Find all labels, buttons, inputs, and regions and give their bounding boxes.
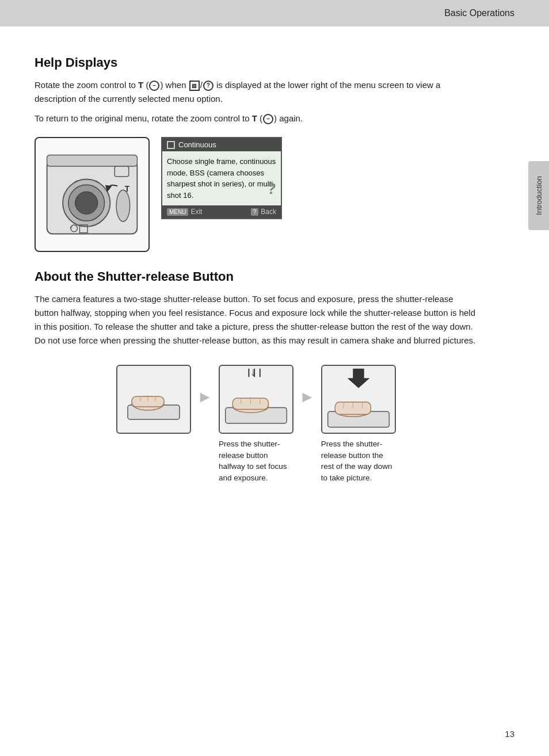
svg-point-4 xyxy=(75,192,98,214)
arrow-1: ► xyxy=(197,388,213,406)
menu-body-text: Choose single frame, continuous mode, BS… xyxy=(167,157,276,200)
shutter-svg-2 xyxy=(322,365,395,434)
shutter-image-1: ↓ xyxy=(219,365,293,434)
help-displays-body1: Rotate the zoom control to T (−) when ▤/… xyxy=(35,78,478,106)
help-images-container: T + xyxy=(35,137,478,252)
svg-text:T: T xyxy=(125,185,130,193)
main-content: Help Displays Rotate the zoom control to… xyxy=(0,26,512,524)
side-tab-label: Introduction xyxy=(535,176,543,215)
minus-circle-icon-2: − xyxy=(263,114,273,124)
t-letter-2: T xyxy=(252,113,257,123)
t-letter-1: T xyxy=(138,80,143,90)
help-displays-section: Help Displays Rotate the zoom control to… xyxy=(35,55,478,252)
shutter-diagrams: ► ↓ xyxy=(35,365,478,483)
svg-rect-5 xyxy=(115,166,129,177)
question-circle-icon: ? xyxy=(203,81,214,91)
menu-key-back: ? xyxy=(251,208,259,216)
help-displays-body2: To return to the original menu, rotate t… xyxy=(35,112,478,125)
shutter-step-1: ↓ xyxy=(219,365,293,483)
header-title: Basic Operations xyxy=(444,8,514,18)
svg-point-6 xyxy=(116,190,130,222)
shutter-step1-caption: Press the shutter-release button halfway… xyxy=(219,438,293,483)
menu-footer-right: ? Back xyxy=(251,208,276,216)
menu-exit-text: Exit xyxy=(190,208,202,216)
shutter-section: About the Shutter-release Button The cam… xyxy=(35,269,478,483)
shutter-svg-0 xyxy=(122,371,185,428)
shutter-step-2: Press the shutter-release button the res… xyxy=(321,365,396,483)
shutter-image-2 xyxy=(321,365,396,434)
side-tab: Introduction xyxy=(528,161,549,230)
menu-square-icon: ▤ xyxy=(189,81,200,91)
shutter-image-0 xyxy=(116,365,191,434)
page-number: 13 xyxy=(505,729,514,739)
menu-question-mark: ? xyxy=(266,177,276,201)
menu-back-text: Back xyxy=(261,208,276,216)
menu-footer: MENU Exit ? Back xyxy=(162,205,281,218)
header-bar: Basic Operations xyxy=(0,0,549,26)
page: Basic Operations Introduction Help Displ… xyxy=(0,0,549,756)
menu-footer-left: MENU Exit xyxy=(167,208,202,216)
menu-key-menu: MENU xyxy=(167,208,188,216)
camera-svg: T + xyxy=(36,138,148,251)
menu-body: Choose single frame, continuous mode, BS… xyxy=(162,151,281,205)
svg-rect-1 xyxy=(47,155,138,166)
shutter-title: About the Shutter-release Button xyxy=(35,269,478,284)
minus-circle-icon-1: − xyxy=(149,81,159,91)
camera-diagram: T + xyxy=(35,137,150,252)
menu-header: Continuous xyxy=(162,138,281,151)
svg-marker-27 xyxy=(347,369,369,388)
shutter-step2-caption: Press the shutter-release button the res… xyxy=(321,438,396,483)
help-displays-title: Help Displays xyxy=(35,55,478,70)
arrow-2: ► xyxy=(299,388,315,406)
menu-screen: Continuous Choose single frame, continuo… xyxy=(161,137,282,219)
menu-header-label: Continuous xyxy=(178,140,216,149)
menu-header-icon xyxy=(167,141,175,149)
svg-text:↓: ↓ xyxy=(250,365,256,378)
shutter-svg-1: ↓ xyxy=(220,365,292,434)
shutter-step-0 xyxy=(116,365,191,434)
shutter-body: The camera features a two-stage shutter-… xyxy=(35,292,478,348)
